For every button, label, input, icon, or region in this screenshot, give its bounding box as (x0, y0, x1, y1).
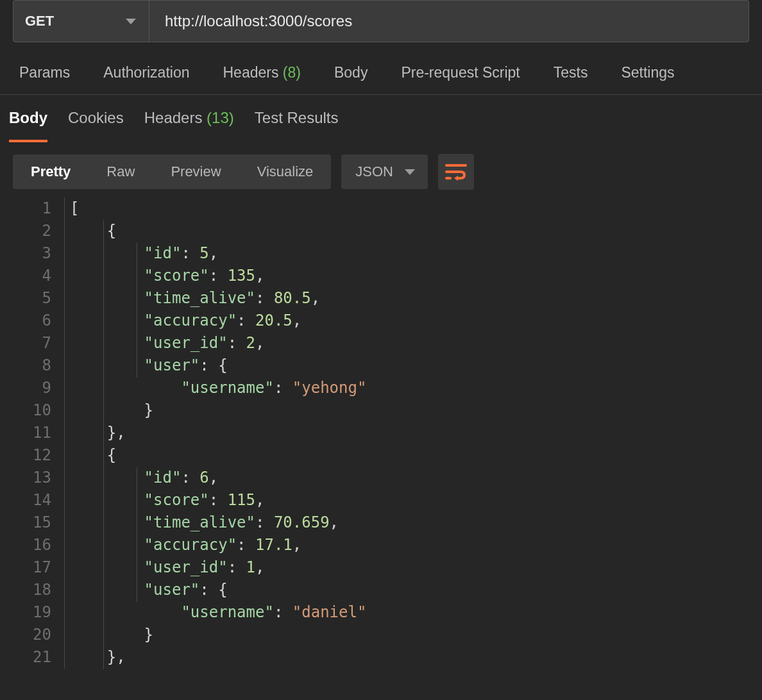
line-number: 7 (0, 332, 51, 354)
line-number: 5 (0, 287, 51, 310)
tab-response-headers[interactable]: Headers (13) (144, 109, 234, 142)
tab-request-headers-label: Headers (223, 64, 279, 81)
line-number: 18 (0, 579, 51, 601)
tab-authorization[interactable]: Authorization (103, 64, 189, 81)
http-method-select[interactable]: GET (13, 1, 149, 42)
tab-tests[interactable]: Tests (554, 64, 588, 81)
tab-response-body[interactable]: Body (9, 109, 47, 142)
response-tabs: Body Cookies Headers (13) Test Results (0, 95, 762, 154)
request-headers-count: (8) (283, 64, 301, 81)
response-body-code: 1 2 3 4 5 6 7 8 9 10 11 12 13 14 15 16 1… (0, 195, 762, 669)
line-number: 14 (0, 489, 51, 512)
line-number: 11 (0, 422, 51, 444)
line-number-gutter: 1 2 3 4 5 6 7 8 9 10 11 12 13 14 15 16 1… (0, 197, 64, 669)
tab-prerequest-script[interactable]: Pre-request Script (401, 64, 520, 81)
line-number: 21 (0, 646, 51, 669)
line-number: 1 (0, 197, 51, 220)
tab-request-body[interactable]: Body (334, 64, 368, 81)
view-visualize[interactable]: Visualize (239, 154, 332, 189)
code-content[interactable]: [ { "id": 5, "score": 135, "time_alive":… (64, 197, 762, 669)
view-preview[interactable]: Preview (153, 154, 239, 189)
tab-test-results[interactable]: Test Results (255, 109, 339, 142)
line-number: 15 (0, 512, 51, 534)
chevron-down-icon (126, 19, 136, 24)
tab-response-cookies[interactable]: Cookies (68, 109, 124, 142)
line-number: 4 (0, 265, 51, 287)
http-method-label: GET (25, 13, 54, 29)
chevron-down-icon (405, 169, 415, 175)
line-number: 20 (0, 624, 51, 646)
body-format-label: JSON (355, 163, 393, 180)
tab-request-headers[interactable]: Headers (8) (223, 64, 301, 81)
line-number: 9 (0, 377, 51, 399)
tab-params[interactable]: Params (19, 64, 70, 81)
wrap-lines-button[interactable] (438, 154, 474, 190)
response-headers-count: (13) (207, 109, 234, 126)
line-number: 6 (0, 310, 51, 332)
url-input[interactable] (149, 1, 749, 42)
request-tabs: Params Authorization Headers (8) Body Pr… (0, 53, 762, 95)
line-number: 16 (0, 534, 51, 556)
view-raw[interactable]: Raw (89, 154, 153, 189)
body-format-select[interactable]: JSON (341, 154, 428, 189)
line-number: 17 (0, 556, 51, 579)
tab-response-headers-label: Headers (144, 109, 203, 126)
wrap-icon (445, 163, 467, 181)
line-number: 3 (0, 242, 51, 265)
line-number: 10 (0, 399, 51, 422)
line-number: 8 (0, 354, 51, 377)
line-number: 2 (0, 220, 51, 242)
body-view-mode-group: Pretty Raw Preview Visualize (13, 154, 331, 189)
line-number: 13 (0, 467, 51, 489)
line-number: 19 (0, 601, 51, 624)
line-number: 12 (0, 444, 51, 467)
tab-settings[interactable]: Settings (621, 64, 674, 81)
view-pretty[interactable]: Pretty (13, 154, 89, 189)
body-toolbar: Pretty Raw Preview Visualize JSON (0, 154, 762, 195)
request-bar: GET (13, 0, 749, 42)
